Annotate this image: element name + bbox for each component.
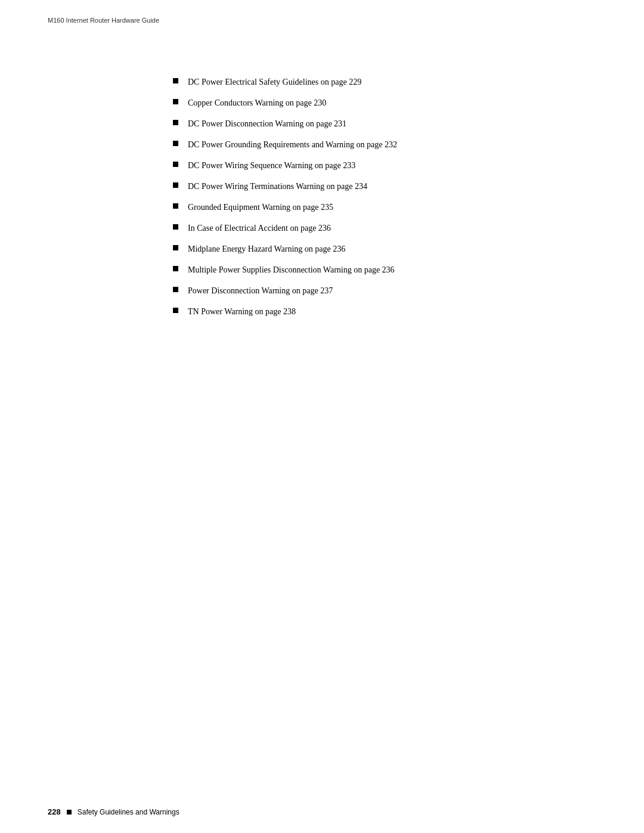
bullet-icon	[173, 245, 178, 250]
footer-bullet-icon	[67, 810, 72, 815]
page-header: M160 Internet Router Hardware Guide	[48, 17, 159, 24]
bullet-icon	[173, 99, 178, 104]
content-area: DC Power Electrical Safety Guidelines on…	[173, 72, 596, 322]
list-item: DC Power Electrical Safety Guidelines on…	[173, 72, 596, 92]
item-text: TN Power Warning on page 238	[188, 305, 296, 318]
item-text: Multiple Power Supplies Disconnection Wa…	[188, 264, 395, 276]
item-text: Midplane Energy Hazard Warning on page 2…	[188, 243, 345, 255]
list-item: In Case of Electrical Accident on page 2…	[173, 218, 596, 239]
footer-page-number: 228	[48, 807, 61, 816]
item-text: DC Power Disconnection Warning on page 2…	[188, 117, 346, 130]
bullet-list: DC Power Electrical Safety Guidelines on…	[173, 72, 596, 322]
list-item: Multiple Power Supplies Disconnection Wa…	[173, 259, 596, 280]
bullet-icon	[173, 287, 178, 292]
list-item: TN Power Warning on page 238	[173, 301, 596, 322]
item-text: Grounded Equipment Warning on page 235	[188, 201, 333, 213]
list-item: Grounded Equipment Warning on page 235	[173, 197, 596, 218]
list-item: DC Power Grounding Requirements and Warn…	[173, 134, 596, 155]
list-item: DC Power Disconnection Warning on page 2…	[173, 113, 596, 134]
list-item: DC Power Wiring Sequence Warning on page…	[173, 155, 596, 176]
item-text: Copper Conductors Warning on page 230	[188, 97, 326, 109]
list-item: Power Disconnection Warning on page 237	[173, 280, 596, 301]
list-item: Copper Conductors Warning on page 230	[173, 92, 596, 113]
bullet-icon	[173, 162, 178, 167]
bullet-icon	[173, 141, 178, 146]
footer-section-title: Safety Guidelines and Warnings	[78, 808, 179, 816]
item-text: DC Power Wiring Terminations Warning on …	[188, 180, 367, 193]
bullet-icon	[173, 308, 178, 313]
item-text: DC Power Grounding Requirements and Warn…	[188, 138, 397, 151]
page-footer: 228 Safety Guidelines and Warnings	[48, 807, 596, 816]
item-text: In Case of Electrical Accident on page 2…	[188, 222, 331, 234]
item-text: DC Power Electrical Safety Guidelines on…	[188, 76, 361, 88]
item-text: DC Power Wiring Sequence Warning on page…	[188, 159, 355, 172]
item-text: Power Disconnection Warning on page 237	[188, 284, 333, 297]
bullet-icon	[173, 182, 178, 188]
bullet-icon	[173, 120, 178, 125]
list-item: Midplane Energy Hazard Warning on page 2…	[173, 239, 596, 259]
bullet-icon	[173, 224, 178, 230]
bullet-icon	[173, 78, 178, 83]
bullet-icon	[173, 266, 178, 271]
list-item: DC Power Wiring Terminations Warning on …	[173, 176, 596, 197]
bullet-icon	[173, 203, 178, 209]
